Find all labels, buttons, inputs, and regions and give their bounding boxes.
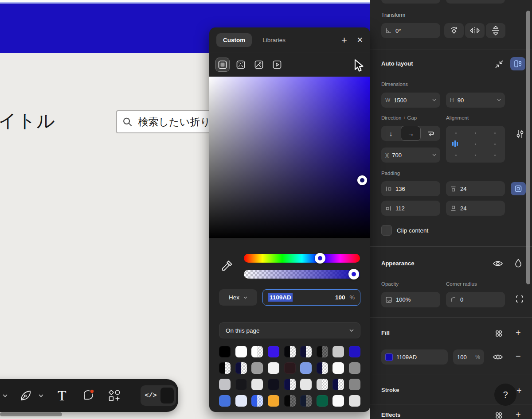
color-swatch[interactable]: [284, 379, 296, 390]
blend-mode-button[interactable]: [514, 258, 522, 268]
chevron-down-icon[interactable]: [497, 99, 501, 101]
hex-value-input[interactable]: 1109AD 100 %: [262, 289, 360, 306]
opacity-input[interactable]: 100%: [381, 292, 440, 307]
fill-type-solid[interactable]: [216, 58, 229, 71]
color-swatch[interactable]: [317, 395, 328, 407]
effect-styles-button[interactable]: [494, 411, 504, 419]
color-swatch[interactable]: [235, 346, 247, 357]
padding-bottom-input[interactable]: 24: [446, 201, 505, 216]
design-title-text[interactable]: イトル: [0, 109, 55, 133]
comment-tool-button[interactable]: [81, 388, 95, 403]
fill-color-swatch[interactable]: [385, 353, 393, 361]
add-effect-button[interactable]: +: [516, 410, 521, 419]
color-swatch[interactable]: [235, 362, 247, 374]
rotation-input[interactable]: 0°: [381, 23, 440, 38]
color-swatch[interactable]: [219, 362, 231, 374]
pen-tool-chevron[interactable]: [39, 394, 43, 397]
corner-radius-input[interactable]: 0: [446, 292, 505, 307]
hue-slider[interactable]: [244, 254, 360, 263]
color-swatch[interactable]: [317, 346, 328, 357]
remove-fill-button[interactable]: −: [516, 351, 521, 361]
color-handle[interactable]: [357, 175, 367, 185]
chevron-down-icon[interactable]: [432, 154, 436, 156]
pen-tool-button[interactable]: [19, 389, 32, 402]
fill-visibility-button[interactable]: [493, 353, 503, 361]
cropped-input-left[interactable]: [381, 0, 440, 4]
resources-tool-button[interactable]: [107, 388, 121, 403]
color-swatch[interactable]: [300, 362, 312, 374]
color-swatch[interactable]: [349, 379, 360, 390]
fill-hex-value[interactable]: 1109AD: [396, 354, 417, 361]
color-swatch[interactable]: [317, 362, 328, 374]
color-swatch[interactable]: [332, 346, 344, 357]
color-swatch[interactable]: [284, 362, 296, 374]
color-swatch[interactable]: [268, 362, 279, 374]
color-swatch[interactable]: [332, 362, 344, 374]
appearance-visibility-button[interactable]: [493, 260, 503, 268]
tab-custom[interactable]: Custom: [216, 33, 252, 47]
alignment-grid[interactable]: [446, 126, 505, 163]
color-swatch[interactable]: [300, 395, 312, 407]
color-swatch[interactable]: [268, 379, 279, 390]
flip-vertical-button[interactable]: [486, 23, 505, 38]
fill-type-image[interactable]: [252, 58, 266, 71]
move-tool-chevron[interactable]: [3, 394, 8, 397]
independent-corners-button[interactable]: [515, 295, 524, 303]
color-swatch[interactable]: [268, 346, 279, 357]
dev-mode-knob[interactable]: [160, 388, 174, 403]
alpha-slider-handle[interactable]: [348, 269, 359, 279]
height-input[interactable]: H 90: [446, 93, 505, 108]
color-swatch[interactable]: [349, 346, 360, 357]
fill-type-video[interactable]: [270, 58, 284, 71]
individual-padding-button[interactable]: [511, 182, 526, 195]
fill-styles-button[interactable]: [494, 329, 504, 338]
color-swatch[interactable]: [251, 379, 263, 390]
swatch-scope-select[interactable]: On this page: [219, 322, 360, 338]
cropped-input-right[interactable]: [446, 0, 505, 4]
color-swatch[interactable]: [349, 395, 360, 407]
saturation-value-area[interactable]: [209, 77, 370, 238]
fill-type-gradient[interactable]: [234, 58, 247, 71]
color-swatch[interactable]: [317, 379, 328, 390]
help-button[interactable]: ?: [494, 384, 516, 406]
direction-wrap-button[interactable]: [421, 126, 440, 141]
color-swatch[interactable]: [251, 395, 263, 407]
close-picker-button[interactable]: ✕: [357, 35, 363, 45]
color-swatch[interactable]: [332, 395, 344, 407]
width-input[interactable]: W 1500: [381, 93, 440, 108]
clip-content-checkbox[interactable]: [381, 225, 392, 236]
padding-top-input[interactable]: 24: [446, 181, 505, 196]
auto-layout-active-button[interactable]: [510, 57, 525, 70]
rotate-90-button[interactable]: [444, 23, 464, 38]
dev-mode-toggle[interactable]: </>: [141, 385, 176, 406]
color-swatch[interactable]: [251, 346, 263, 357]
color-swatch[interactable]: [268, 395, 279, 407]
color-swatch[interactable]: [235, 379, 247, 390]
color-swatch[interactable]: [219, 395, 231, 407]
add-style-button[interactable]: +: [341, 35, 347, 46]
text-tool-button[interactable]: T: [58, 388, 66, 403]
add-fill-button[interactable]: +: [516, 328, 521, 338]
color-swatch[interactable]: [300, 379, 312, 390]
alpha-slider[interactable]: [244, 270, 360, 279]
color-swatch[interactable]: [284, 346, 296, 357]
shrink-auto-layout-button[interactable]: [494, 59, 504, 69]
padding-left-input[interactable]: 136: [381, 181, 440, 196]
color-swatch[interactable]: [235, 395, 247, 407]
color-swatch[interactable]: [349, 362, 360, 374]
fill-opacity-input[interactable]: 100 %: [453, 349, 484, 365]
chevron-down-icon[interactable]: [432, 99, 436, 101]
gap-input[interactable]: )|( 700: [381, 147, 440, 163]
eyedropper-button[interactable]: [220, 260, 233, 273]
direction-down-button[interactable]: ↓: [381, 126, 401, 141]
color-swatch[interactable]: [284, 395, 296, 407]
advanced-layout-button[interactable]: [516, 129, 524, 139]
design-search-field[interactable]: 検索したい折り紙: [116, 110, 216, 133]
horizontal-scrollbar[interactable]: [0, 412, 62, 416]
add-stroke-button[interactable]: +: [516, 386, 522, 396]
color-swatch[interactable]: [332, 379, 344, 390]
vertical-scrollbar[interactable]: [526, 11, 530, 284]
color-swatch[interactable]: [251, 362, 263, 374]
color-swatch[interactable]: [219, 346, 231, 357]
color-mode-select[interactable]: Hex: [219, 289, 257, 306]
